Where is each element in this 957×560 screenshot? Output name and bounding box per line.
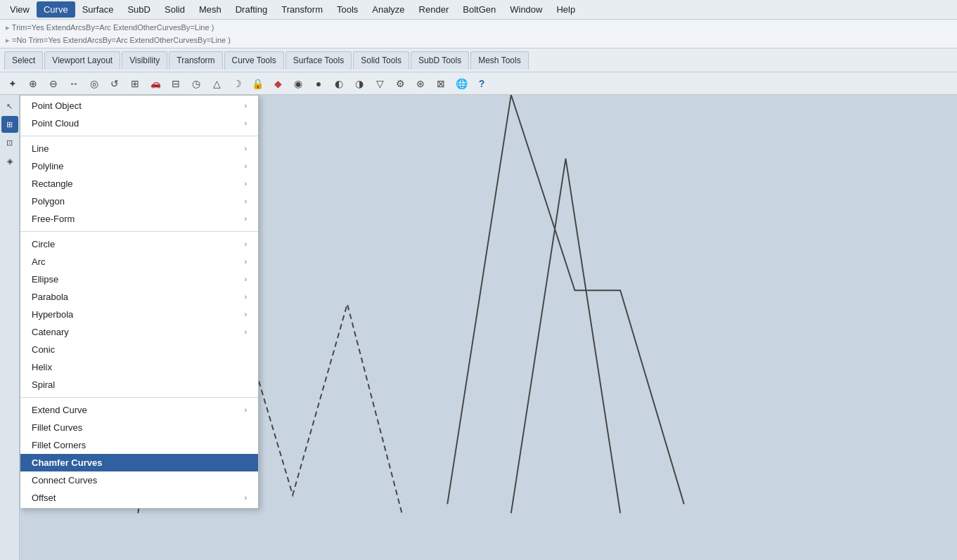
tab-visibility[interactable]: Visibility xyxy=(122,51,167,70)
arrow-icon: › xyxy=(245,162,247,170)
menu-drafting[interactable]: Drafting xyxy=(229,1,275,18)
menu-tools[interactable]: Tools xyxy=(330,1,365,18)
render-arrow-icon[interactable]: ▽ xyxy=(370,74,390,93)
menu-boltgen[interactable]: BoltGen xyxy=(456,1,503,18)
main-area: ↖ ⊞ ⊡ ◈ Point Object › Point Cloud xyxy=(0,95,957,560)
menu-view[interactable]: View xyxy=(3,1,37,18)
arrow-icon: › xyxy=(245,119,247,127)
surface-display-icon[interactable]: ● xyxy=(309,74,328,93)
render-icon[interactable]: ◑ xyxy=(349,74,369,93)
menu-surface[interactable]: Surface xyxy=(75,1,121,18)
pan-icon[interactable]: ↔ xyxy=(64,74,84,93)
rotate-icon[interactable]: ◷ xyxy=(186,74,206,93)
divider-3 xyxy=(20,397,258,398)
export-icon[interactable]: ⊠ xyxy=(431,74,451,93)
sidebar-layers-icon[interactable]: ◈ xyxy=(1,152,18,169)
triangle-icon[interactable]: △ xyxy=(207,74,226,93)
left-sidebar: ↖ ⊞ ⊡ ◈ xyxy=(0,95,20,560)
tab-solid-tools[interactable]: Solid Tools xyxy=(353,51,409,70)
icon-toolbar: ✦ ⊕ ⊖ ↔ ◎ ↺ ⊞ 🚗 ⊟ ◷ △ ☽ 🔒 ◆ ◉ ● ◐ ◑ ▽ ⚙ … xyxy=(0,72,957,95)
menu-item-catenary[interactable]: Catenary › xyxy=(20,323,258,341)
tab-viewport-layout[interactable]: Viewport Layout xyxy=(44,51,120,70)
arrow-icon: › xyxy=(245,180,247,188)
menu-item-fillet-curves[interactable]: Fillet Curves xyxy=(20,419,258,436)
arrow-icon: › xyxy=(245,215,247,223)
menu-item-hyperbola[interactable]: Hyperbola › xyxy=(20,306,258,323)
sidebar-arrow-icon[interactable]: ↖ xyxy=(1,98,18,115)
curve-dropdown-menu: Point Object › Point Cloud › Line › Poly… xyxy=(20,95,259,509)
arrow-icon: › xyxy=(245,494,247,502)
zoom-window-icon[interactable]: ◎ xyxy=(84,74,104,93)
tab-subd-tools[interactable]: SubD Tools xyxy=(411,51,469,70)
tab-curve-tools[interactable]: Curve Tools xyxy=(224,51,284,70)
menu-item-fillet-corners[interactable]: Fillet Corners xyxy=(20,436,258,454)
undo-icon[interactable]: ↺ xyxy=(105,74,124,93)
arrow-icon: › xyxy=(245,145,247,152)
light-icon[interactable]: ☽ xyxy=(227,74,247,93)
toolbar-tabs: Select Viewport Layout Visibility Transf… xyxy=(0,48,957,72)
lock-icon[interactable]: 🔒 xyxy=(248,74,267,93)
half-circle-icon[interactable]: ◐ xyxy=(329,74,349,93)
arrow-icon: › xyxy=(245,258,247,266)
material-icon[interactable]: ◆ xyxy=(268,74,288,93)
menu-item-point-cloud[interactable]: Point Cloud › xyxy=(20,115,258,132)
menu-section-curves: Line › Polyline › Rectangle › Polygon › … xyxy=(20,138,258,229)
divider-1 xyxy=(20,136,258,136)
menu-item-polyline[interactable]: Polyline › xyxy=(20,157,258,175)
cmd-line-1: ▸ Trim=Yes ExtendArcsBy=Arc ExtendOtherC… xyxy=(6,21,951,34)
zoom-out-icon[interactable]: ⊖ xyxy=(44,74,63,93)
menu-mesh[interactable]: Mesh xyxy=(192,1,229,18)
web-icon[interactable]: 🌐 xyxy=(451,74,471,93)
sidebar-grid-icon[interactable]: ⊞ xyxy=(1,116,18,133)
mesh-icon[interactable]: ⊟ xyxy=(166,74,186,93)
arrow-icon: › xyxy=(245,311,247,318)
menubar: View Curve Surface SubD Solid Mesh Draft… xyxy=(0,0,957,20)
tab-transform[interactable]: Transform xyxy=(169,51,222,70)
menu-subd[interactable]: SubD xyxy=(120,1,158,18)
car-icon[interactable]: 🚗 xyxy=(146,74,165,93)
arrow-icon: › xyxy=(245,197,247,205)
menu-curve[interactable]: Curve xyxy=(37,1,75,18)
arrow-icon: › xyxy=(245,102,247,110)
arrow-icon: › xyxy=(245,293,247,301)
select-tool-icon[interactable]: ✦ xyxy=(3,74,23,93)
menu-item-circle[interactable]: Circle › xyxy=(20,235,258,253)
menu-transform[interactable]: Transform xyxy=(274,1,330,18)
arrow-icon: › xyxy=(245,328,247,336)
menu-item-conic[interactable]: Conic xyxy=(20,341,258,358)
tab-mesh-tools[interactable]: Mesh Tools xyxy=(470,51,528,70)
menu-item-helix[interactable]: Helix xyxy=(20,358,258,376)
viewport: Point Object › Point Cloud › Line › Poly… xyxy=(20,95,957,560)
menu-item-arc[interactable]: Arc › xyxy=(20,253,258,271)
settings-icon[interactable]: ⚙ xyxy=(390,74,410,93)
menu-item-extend-curve[interactable]: Extend Curve › xyxy=(20,401,258,419)
grid-icon[interactable]: ⊞ xyxy=(125,74,145,93)
menu-item-point-object[interactable]: Point Object › xyxy=(20,97,258,115)
zoom-in-icon[interactable]: ⊕ xyxy=(23,74,43,93)
menu-help[interactable]: Help xyxy=(549,1,582,18)
menu-analyze[interactable]: Analyze xyxy=(365,1,411,18)
menu-window[interactable]: Window xyxy=(503,1,549,18)
arrow-icon: › xyxy=(245,406,247,414)
menu-item-freeform[interactable]: Free-Form › xyxy=(20,210,258,228)
menu-item-parabola[interactable]: Parabola › xyxy=(20,288,258,306)
sidebar-box-icon[interactable]: ⊡ xyxy=(1,134,18,151)
subd-icon[interactable]: ⊛ xyxy=(411,74,430,93)
menu-solid[interactable]: Solid xyxy=(158,1,192,18)
menu-item-ellipse[interactable]: Ellipse › xyxy=(20,271,258,288)
command-line-area: ▸ Trim=Yes ExtendArcsBy=Arc ExtendOtherC… xyxy=(0,20,957,48)
menu-item-offset[interactable]: Offset › xyxy=(20,489,258,507)
menu-item-polygon[interactable]: Polygon › xyxy=(20,193,258,210)
menu-item-rectangle[interactable]: Rectangle › xyxy=(20,175,258,193)
menu-render[interactable]: Render xyxy=(412,1,456,18)
menu-item-line[interactable]: Line › xyxy=(20,140,258,157)
color-wheel-icon[interactable]: ◉ xyxy=(288,74,308,93)
menu-item-spiral[interactable]: Spiral xyxy=(20,376,258,393)
tab-select[interactable]: Select xyxy=(4,51,43,70)
help-icon[interactable]: ? xyxy=(472,74,492,93)
arrow-icon: › xyxy=(245,275,247,283)
tab-surface-tools[interactable]: Surface Tools xyxy=(285,51,352,70)
menu-item-chamfer-curves[interactable]: Chamfer Curves xyxy=(20,454,258,471)
menu-item-connect-curves[interactable]: Connect Curves xyxy=(20,471,258,489)
divider-2 xyxy=(20,231,258,232)
